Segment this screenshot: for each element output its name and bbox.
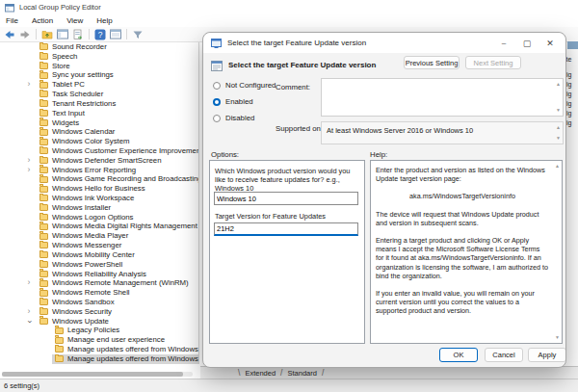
- minimize-icon[interactable]: –: [492, 33, 515, 53]
- chevron-collapsed-icon[interactable]: ›: [25, 307, 33, 317]
- folder-icon: [55, 346, 64, 353]
- radio-selected-icon[interactable]: [213, 98, 221, 106]
- tree-item[interactable]: Windows Calendar: [0, 127, 198, 137]
- menu-action[interactable]: Action: [26, 16, 61, 25]
- show-window-icon[interactable]: [109, 28, 122, 40]
- comment-textarea[interactable]: [323, 80, 553, 115]
- tree-item-content: Widgets: [37, 118, 82, 128]
- previous-setting-button[interactable]: Previous Setting: [404, 56, 460, 69]
- tree-item-label: Windows Media Digital Rights Management: [52, 222, 197, 231]
- tree-item[interactable]: Widgets: [0, 118, 198, 128]
- filter-icon[interactable]: [131, 28, 144, 40]
- tree-item[interactable]: Windows PowerShell: [0, 260, 198, 270]
- tree-item[interactable]: Manage updates offered from Windows Serv…: [0, 345, 198, 354]
- tree-item[interactable]: Manage updates offered from Windows Upda…: [0, 354, 198, 364]
- scroll-down-icon[interactable]: ▼: [555, 335, 560, 340]
- policy-setting-dialog: Select the target Feature Update version…: [202, 32, 566, 368]
- tree-item[interactable]: ›Windows Remote Management (WinRM): [0, 278, 198, 288]
- tree-item-label: Windows Installer: [52, 203, 111, 213]
- folder-icon: [55, 337, 64, 344]
- scroll-down-icon[interactable]: ▼: [556, 136, 561, 141]
- tree-item[interactable]: ›Windows Error Reporting: [0, 166, 198, 175]
- tree-item-label: Tenant Restrictions: [52, 99, 116, 109]
- next-setting-button[interactable]: Next Setting: [465, 56, 521, 69]
- tree-item[interactable]: Tenant Restrictions: [0, 99, 198, 109]
- tree-item-content: Store: [37, 62, 73, 71]
- ok-button[interactable]: OK: [439, 348, 478, 362]
- tree-item[interactable]: Speech: [0, 52, 198, 62]
- tree-item[interactable]: Task Scheduler: [0, 90, 198, 99]
- back-icon[interactable]: [3, 28, 16, 40]
- supported-on-field: At least Windows Server 2016 or Windows …: [321, 121, 564, 144]
- tree-item[interactable]: ›Tablet PC: [0, 80, 198, 90]
- radio-icon[interactable]: [213, 82, 221, 90]
- tree-item-label: Windows Remote Shell: [52, 288, 130, 298]
- tree-item[interactable]: ›Windows Security: [0, 307, 198, 317]
- supported-on-value: At least Windows Server 2016 or Windows …: [327, 126, 473, 135]
- tree-item[interactable]: Windows Color System: [0, 137, 198, 146]
- radio-option-disabled[interactable]: Disabled: [213, 110, 276, 126]
- help-icon[interactable]: ?: [93, 28, 107, 40]
- tree-item-content: Tablet PC: [37, 80, 88, 90]
- tree-item[interactable]: Windows Messenger: [0, 241, 198, 250]
- tab-extended[interactable]: Extended: [241, 369, 279, 378]
- radio-option-not-configured[interactable]: Not Configured: [213, 77, 276, 93]
- chevron-expanded-icon[interactable]: ›: [24, 317, 34, 325]
- tree-item[interactable]: Legacy Policies: [0, 326, 198, 335]
- tree-item-content: Windows Update: [37, 317, 112, 327]
- tree-item-label: Windows Messenger: [52, 241, 121, 250]
- scroll-up-icon[interactable]: ▲: [556, 125, 561, 130]
- tree-item[interactable]: Windows Ink Workspace: [0, 194, 198, 203]
- menu-file[interactable]: File: [0, 16, 26, 25]
- target-version-input[interactable]: [214, 222, 358, 236]
- tree-item[interactable]: Manage end user experience: [0, 335, 198, 345]
- toolbar-separator: [36, 29, 37, 39]
- tree-item[interactable]: Windows Game Recording and Broadcasting: [0, 174, 198, 184]
- tree-item[interactable]: Windows Mobility Center: [0, 250, 198, 260]
- cancel-button[interactable]: Cancel: [485, 348, 523, 362]
- tree-item[interactable]: Text Input: [0, 109, 198, 118]
- scrollbar-thumb[interactable]: [2, 372, 183, 377]
- folder-icon: [39, 72, 48, 79]
- tree-item[interactable]: Sound Recorder: [0, 42, 198, 52]
- tab-divider: /: [322, 368, 324, 378]
- chevron-collapsed-icon[interactable]: ›: [25, 166, 33, 175]
- tree-item[interactable]: ›Windows Update: [0, 317, 198, 327]
- radio-option-enabled[interactable]: Enabled: [213, 93, 276, 110]
- tree-item-content: Windows Hello for Business: [37, 184, 148, 194]
- comment-field-wrap: ▲ ▼: [321, 78, 564, 117]
- tree-item-content: Windows Media Digital Rights Management: [37, 222, 199, 231]
- scroll-down-icon[interactable]: ▼: [556, 108, 561, 113]
- chevron-collapsed-icon[interactable]: ›: [25, 278, 33, 288]
- tree-item-content: Sync your settings: [37, 70, 117, 80]
- menu-help[interactable]: Help: [91, 16, 119, 25]
- maximize-icon[interactable]: ▢: [515, 33, 539, 53]
- tree-item[interactable]: Windows Media Digital Rights Management: [0, 222, 198, 231]
- product-version-input[interactable]: [214, 192, 358, 205]
- folder-up-icon[interactable]: [40, 28, 54, 40]
- forward-icon[interactable]: [18, 28, 32, 40]
- chevron-collapsed-icon[interactable]: ›: [25, 80, 33, 90]
- menu-view[interactable]: View: [61, 16, 91, 25]
- folder-icon: [39, 100, 48, 107]
- console-tree-icon[interactable]: [56, 28, 69, 40]
- scroll-up-icon[interactable]: ▲: [555, 164, 560, 169]
- tree-item-label: Windows Update: [52, 317, 109, 327]
- tree-item[interactable]: Windows Remote Shell: [0, 288, 198, 298]
- scroll-up-icon[interactable]: ▲: [556, 82, 561, 87]
- tree-item[interactable]: Windows Installer: [0, 203, 198, 213]
- radio-icon[interactable]: [213, 115, 221, 122]
- tree-item[interactable]: Store: [0, 62, 198, 71]
- tree-item[interactable]: Windows Logon Options: [0, 213, 198, 222]
- help-panel: Enter the product and version as listed …: [370, 160, 563, 344]
- tree-item[interactable]: Windows Hello for Business: [0, 184, 198, 194]
- tab-standard[interactable]: Standard: [283, 369, 320, 378]
- tree-item[interactable]: Windows Media Player: [0, 231, 198, 241]
- tree-horizontal-scrollbar[interactable]: [2, 372, 193, 377]
- export-list-icon[interactable]: [71, 28, 85, 40]
- apply-button[interactable]: Apply: [528, 348, 566, 362]
- close-icon[interactable]: ✕: [539, 33, 562, 53]
- dialog-heading: Select the target Feature Update version: [228, 61, 376, 69]
- help-paragraph: aka.ms/WindowsTargetVersioninfo: [376, 192, 549, 200]
- folder-icon: [39, 195, 48, 201]
